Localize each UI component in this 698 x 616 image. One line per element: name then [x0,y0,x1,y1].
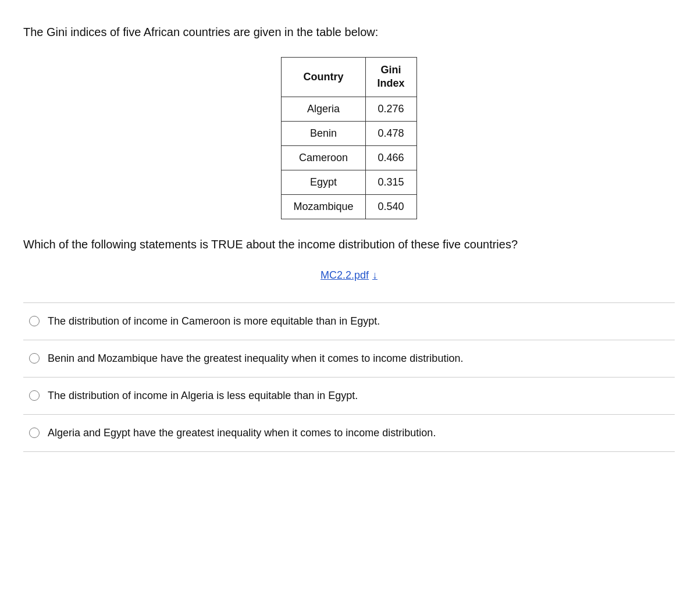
cell-country: Mozambique [282,194,365,219]
option-radio-1[interactable] [29,316,40,326]
cell-country: Egypt [282,170,365,194]
table-row: Cameroon0.466 [282,145,416,170]
table-row: Mozambique0.540 [282,194,416,219]
pdf-link-container: MC2.2.pdf ↓ [23,269,675,282]
table-row: Algeria0.276 [282,97,416,121]
options-container: The distribution of income in Cameroon i… [23,302,675,452]
option-label-2: Benin and Mozambique have the greatest i… [48,351,463,366]
pdf-link[interactable]: MC2.2.pdf ↓ [320,269,378,282]
intro-text: The Gini indices of five African countri… [23,23,675,41]
col-header-gini: Gini Index [365,58,416,97]
option-radio-4[interactable] [29,428,40,438]
download-icon: ↓ [372,269,378,282]
option-radio-3[interactable] [29,390,40,401]
table-row: Egypt0.315 [282,170,416,194]
cell-country: Benin [282,121,365,145]
gini-table: Country Gini Index Algeria0.276Benin0.47… [281,57,416,219]
cell-country: Cameroon [282,145,365,170]
option-label-4: Algeria and Egypt have the greatest ineq… [48,425,436,441]
cell-gini: 0.466 [365,145,416,170]
option-label-1: The distribution of income in Cameroon i… [48,314,380,329]
option-item[interactable]: The distribution of income in Algeria is… [23,378,675,415]
option-item[interactable]: Algeria and Egypt have the greatest ineq… [23,415,675,452]
option-item[interactable]: The distribution of income in Cameroon i… [23,303,675,340]
cell-country: Algeria [282,97,365,121]
cell-gini: 0.276 [365,97,416,121]
pdf-link-label: MC2.2.pdf [320,269,369,282]
gini-table-container: Country Gini Index Algeria0.276Benin0.47… [23,57,675,219]
col-header-country: Country [282,58,365,97]
cell-gini: 0.478 [365,121,416,145]
question-text: Which of the following statements is TRU… [23,236,675,253]
option-label-3: The distribution of income in Algeria is… [48,388,358,404]
option-item[interactable]: Benin and Mozambique have the greatest i… [23,340,675,378]
cell-gini: 0.540 [365,194,416,219]
cell-gini: 0.315 [365,170,416,194]
table-row: Benin0.478 [282,121,416,145]
option-radio-2[interactable] [29,353,40,364]
